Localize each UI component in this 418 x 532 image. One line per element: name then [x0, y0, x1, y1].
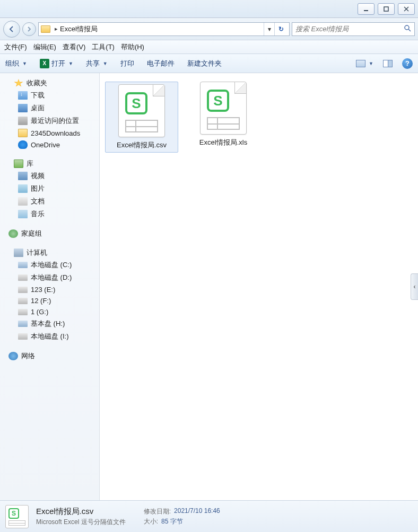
details-filetype: Microsoft Excel 逗号分隔值文件 — [36, 518, 126, 527]
open-button[interactable]: X打开▼ — [40, 59, 73, 68]
maximize-button[interactable] — [378, 3, 395, 15]
back-button[interactable] — [3, 21, 20, 38]
file-area[interactable]: S Excel情报局.csv S Excel情报局.xls ‹ — [100, 73, 418, 500]
menu-bar: 文件(F) 编辑(E) 查看(V) 工具(T) 帮助(H) — [0, 40, 418, 54]
sidebar-drive-i[interactable]: 本地磁盘 (I:) — [0, 330, 99, 343]
organize-button[interactable]: 组织▼ — [5, 59, 27, 68]
search-icon — [404, 24, 411, 33]
sidebar-desktop[interactable]: 桌面 — [0, 102, 99, 114]
spreadsheet-icon: S — [5, 505, 29, 528]
search-box[interactable] — [292, 22, 415, 36]
document-icon — [18, 197, 28, 206]
sidebar-drive-g[interactable]: 1 (G:) — [0, 306, 99, 317]
menu-file[interactable]: 文件(F) — [4, 42, 27, 52]
sidebar-homegroup[interactable]: 家庭组 — [0, 228, 99, 240]
library-icon — [14, 159, 23, 168]
drive-icon — [18, 309, 28, 315]
menu-edit[interactable]: 编辑(E) — [33, 42, 56, 52]
svg-line-5 — [408, 29, 411, 31]
sidebar-music[interactable]: 音乐 — [0, 208, 99, 220]
sidebar-2345downloads[interactable]: 2345Downloads — [0, 127, 99, 139]
sidebar-drive-e[interactable]: 123 (E:) — [0, 284, 99, 295]
close-button[interactable] — [398, 3, 415, 15]
sidebar-drive-h[interactable]: 基本盘 (H:) — [0, 317, 99, 330]
breadcrumb-arrow-icon: ▸ — [55, 25, 58, 32]
svg-point-4 — [405, 25, 409, 30]
folder-icon — [41, 25, 50, 33]
address-dropdown[interactable]: ▾ — [264, 23, 274, 36]
print-button[interactable]: 打印 — [120, 59, 134, 68]
sidebar-video[interactable]: 视频 — [0, 170, 99, 182]
details-pane: S Excel情报局.csv Microsoft Excel 逗号分隔值文件 修… — [0, 500, 418, 532]
network-icon — [8, 352, 18, 360]
view-icon — [356, 60, 365, 67]
toolbar: 组织▼ X打开▼ 共享▼ 打印 电子邮件 新建文件夹 ▼ ? — [0, 54, 418, 73]
sidebar-onedrive[interactable]: OneDrive — [0, 139, 99, 150]
spreadsheet-icon: S — [200, 82, 247, 135]
address-bar: ▸ Excel情报局 ▾ ↻ — [0, 18, 418, 40]
drive-icon — [18, 274, 28, 281]
sidebar-libraries[interactable]: 库 — [0, 158, 99, 170]
homegroup-icon — [8, 229, 18, 238]
music-icon — [18, 210, 28, 218]
onedrive-icon — [18, 140, 28, 149]
sidebar-recent[interactable]: 最近访问的位置 — [0, 114, 99, 127]
modified-value: 2021/7/10 16:46 — [174, 507, 220, 516]
file-name: Excel情报局.xls — [189, 138, 258, 147]
drive-icon — [18, 333, 28, 340]
sidebar: 收藏夹 下载 桌面 最近访问的位置 2345Downloads OneDrive… — [0, 73, 100, 500]
drive-icon — [18, 298, 28, 304]
details-filename: Excel情报局.csv — [36, 507, 126, 517]
video-icon — [18, 172, 28, 180]
forward-button[interactable] — [22, 22, 36, 36]
menu-tools[interactable]: 工具(T) — [92, 42, 115, 52]
file-item-xls[interactable]: S Excel情报局.xls — [189, 82, 258, 147]
chevron-down-icon: ▼ — [369, 61, 373, 66]
address-box[interactable]: ▸ Excel情报局 ▾ ↻ — [38, 22, 290, 36]
drive-icon — [18, 321, 28, 327]
picture-icon — [18, 184, 28, 193]
panel-button[interactable] — [383, 60, 393, 67]
drive-icon — [18, 262, 28, 268]
spreadsheet-icon: S — [118, 84, 165, 137]
sidebar-computer[interactable]: 计算机 — [0, 247, 99, 259]
modified-label: 修改日期: — [144, 507, 171, 516]
sidebar-pictures[interactable]: 图片 — [0, 182, 99, 195]
share-button[interactable]: 共享▼ — [86, 59, 108, 68]
sidebar-drive-c[interactable]: 本地磁盘 (C:) — [0, 259, 99, 271]
size-label: 大小: — [144, 517, 158, 526]
side-panel-handle[interactable]: ‹ — [411, 273, 418, 300]
recent-icon — [18, 117, 28, 125]
menu-help[interactable]: 帮助(H) — [121, 42, 144, 52]
refresh-button[interactable]: ↻ — [274, 23, 287, 36]
sidebar-network[interactable]: 网络 — [0, 350, 99, 362]
folder-icon — [18, 129, 28, 137]
minimize-button[interactable] — [358, 3, 375, 15]
computer-icon — [14, 249, 23, 257]
sidebar-favorites[interactable]: 收藏夹 — [0, 77, 99, 89]
chevron-down-icon: ▼ — [68, 61, 73, 66]
desktop-icon — [18, 104, 28, 112]
sidebar-downloads[interactable]: 下载 — [0, 89, 99, 102]
download-icon — [18, 91, 28, 100]
star-icon — [14, 79, 23, 87]
chevron-down-icon: ▼ — [103, 61, 108, 66]
svg-rect-1 — [384, 7, 388, 11]
excel-icon: X — [40, 59, 49, 68]
file-name: Excel情报局.csv — [108, 140, 176, 150]
newfolder-button[interactable]: 新建文件夹 — [187, 59, 222, 68]
email-button[interactable]: 电子邮件 — [147, 59, 175, 68]
main-area: 收藏夹 下载 桌面 最近访问的位置 2345Downloads OneDrive… — [0, 73, 418, 500]
file-item-csv[interactable]: S Excel情报局.csv — [105, 82, 178, 153]
chevron-down-icon: ▼ — [22, 61, 27, 66]
sidebar-documents[interactable]: 文档 — [0, 195, 99, 208]
search-input[interactable] — [295, 25, 404, 33]
help-button[interactable]: ? — [402, 58, 413, 69]
menu-view[interactable]: 查看(V) — [63, 42, 85, 52]
sidebar-drive-d[interactable]: 本地磁盘 (D:) — [0, 271, 99, 284]
sidebar-drive-f[interactable]: 12 (F:) — [0, 295, 99, 306]
title-bar — [0, 0, 418, 18]
size-value: 85 字节 — [161, 517, 183, 526]
current-location: Excel情报局 — [60, 24, 98, 34]
view-button[interactable]: ▼ — [356, 60, 373, 67]
